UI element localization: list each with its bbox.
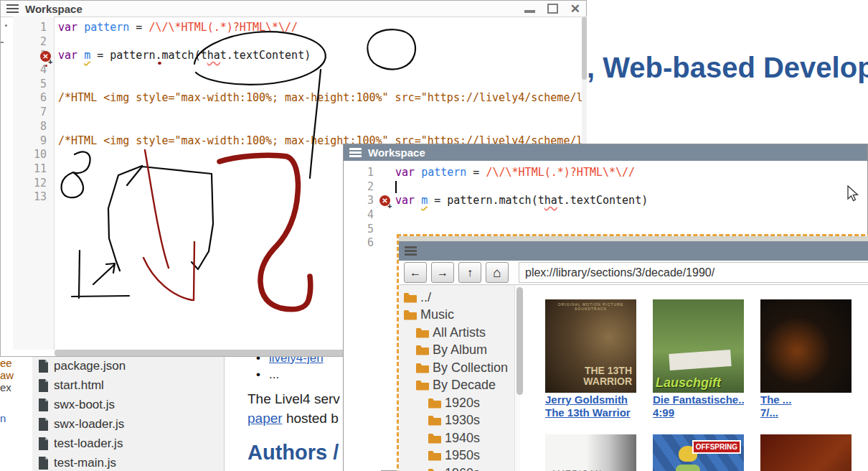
tree-item[interactable]: All Artists <box>399 324 514 342</box>
browser-toolbar: ← → ↑ ⌂ plex://library/sections/3/decade… <box>399 261 868 285</box>
forward-button[interactable]: → <box>431 262 454 283</box>
close-button[interactable]: ✕ <box>570 3 580 15</box>
url-input[interactable]: plex://library/sections/3/decade/1990/ <box>519 262 868 283</box>
album-cell: AMERICANHISTORY X <box>545 434 636 471</box>
tree-item[interactable]: By Album <box>399 342 514 360</box>
album-title-link[interactable]: 7/... <box>760 407 852 419</box>
menu-icon[interactable] <box>6 2 19 15</box>
file-icon <box>38 457 49 470</box>
file-list-item[interactable]: start.html <box>32 376 224 395</box>
folder-icon <box>428 468 442 471</box>
line-number: 12 <box>13 177 54 191</box>
album-artist-link[interactable]: Die Fantastische... <box>653 394 744 406</box>
paper-link[interactable]: paper <box>247 411 283 426</box>
cover-banner-text: OFFSPRING <box>692 440 741 454</box>
code-token: ha <box>544 194 557 207</box>
margin-tick <box>1 42 4 43</box>
vertical-scrollbar-thumb[interactable] <box>582 17 587 80</box>
window2-titlebar[interactable]: Workspace <box>344 144 867 161</box>
file-list-item[interactable]: swx-boot.js <box>32 395 224 414</box>
code-line <box>395 180 867 195</box>
workspace-window-2: Workspace 123456 ✕ + var pattern = /\/\*… <box>343 144 868 471</box>
tree-item-label: 1930s <box>445 413 480 428</box>
tree-item[interactable]: 1940s <box>399 429 514 447</box>
album-title-link[interactable]: The 13th Warrior <box>545 407 636 419</box>
file-list-item[interactable]: test-loader.js <box>32 434 224 453</box>
line-number: 2 <box>13 35 54 50</box>
code-token: = pattern.match(t <box>90 49 207 62</box>
folder-icon <box>415 363 430 373</box>
album-cover[interactable]: OFFSPRING <box>653 434 744 471</box>
tree-scrollbar[interactable] <box>514 285 520 471</box>
clipped-text: n <box>0 412 6 424</box>
tree-item[interactable]: 1920s <box>399 394 514 412</box>
folder-tree: ../MusicAll ArtistsBy AlbumBy Collection… <box>399 285 514 471</box>
line-number: 3 <box>344 194 381 208</box>
tree-item[interactable]: 1930s <box>399 412 514 430</box>
album-cell: OFFSPRING <box>653 434 744 471</box>
menu-icon[interactable] <box>405 245 417 258</box>
menu-icon[interactable] <box>349 146 362 159</box>
line-number: 8 <box>13 120 54 134</box>
minimize-button[interactable] <box>524 10 535 13</box>
line-number: 10 <box>13 148 54 162</box>
file-name: test-loader.js <box>54 437 123 451</box>
error-dot <box>45 65 47 67</box>
folder-icon <box>415 380 430 391</box>
tree-item[interactable]: Music <box>399 307 514 325</box>
up-button[interactable]: ↑ <box>458 262 481 283</box>
code-token: pattern <box>84 21 129 34</box>
maximize-button[interactable] <box>547 4 558 14</box>
album-artist-link[interactable]: Jerry Goldsmith <box>545 394 636 406</box>
code-token: /*HTML <img style="max-width:100%; max-h… <box>58 91 582 104</box>
code-line <box>58 120 582 134</box>
browser-titlebar[interactable] <box>399 241 868 261</box>
tree-item[interactable]: By Collection <box>399 359 514 377</box>
album-cover[interactable] <box>760 434 852 471</box>
code-token: var <box>58 49 77 62</box>
clipped-text: aw <box>0 369 14 381</box>
code-line: var m = pattern.match(that.textContent) <box>58 49 582 63</box>
album-cover[interactable]: AMERICANHISTORY X <box>545 434 636 471</box>
file-icon <box>38 418 49 431</box>
tree-item[interactable]: 1950s <box>399 447 514 465</box>
album-cover[interactable]: ORIGINAL MOTION PICTURE SOUNDTRACKTHE 13… <box>545 299 636 393</box>
code-line: /*HTML <img style="max-width:100%; max-h… <box>58 91 582 106</box>
clipped-text: ee <box>0 357 12 369</box>
tree-item-label: 1950s <box>445 448 480 463</box>
cover-face <box>586 434 636 471</box>
tree-item[interactable]: ../ <box>399 289 514 307</box>
window1-titlebar[interactable]: Workspace ✕ <box>1 1 586 17</box>
home-button[interactable]: ⌂ <box>486 262 509 283</box>
page-title: , Web-based Develop <box>587 52 868 84</box>
album-artist-link[interactable]: The ... <box>760 394 852 406</box>
cover-title-text: Lauschgift <box>656 376 721 391</box>
file-icon <box>38 379 49 392</box>
code-token: /\/\*HTML(.*)?HTML\*\// <box>148 21 298 34</box>
code-token: var <box>395 194 415 207</box>
album-cover[interactable]: Lauschgift <box>653 299 744 393</box>
code-token: t.textContent) <box>557 194 648 207</box>
file-icon <box>38 398 49 411</box>
tree-scrollbar-thumb[interactable] <box>516 287 523 395</box>
tree-item[interactable]: 1960s <box>399 465 514 471</box>
code-line <box>58 106 582 120</box>
file-list-item[interactable]: test-main.js <box>32 453 224 471</box>
code-token: var <box>395 166 415 179</box>
text-caret <box>395 181 397 193</box>
line-number: 5 <box>344 223 381 237</box>
tree-item-label: By Collection <box>433 360 508 376</box>
window2-code-editor[interactable]: var pattern = /\/\*HTML(.*)?HTML\*\// va… <box>381 161 867 240</box>
code-token: m <box>421 194 428 207</box>
tree-item[interactable]: By Decade <box>399 377 514 395</box>
back-button[interactable]: ← <box>404 262 427 283</box>
file-name: swx-boot.js <box>54 398 115 412</box>
album-cover[interactable] <box>760 299 852 393</box>
album-title-link[interactable]: 4:99 <box>653 407 744 419</box>
file-list-item[interactable]: swx-loader.js <box>32 414 224 434</box>
embed-top-strip <box>399 236 868 241</box>
file-list-item[interactable]: package.json <box>32 356 224 376</box>
line-number: 2 <box>344 180 381 195</box>
code-token <box>415 194 421 207</box>
code-token: t.textContent) <box>220 49 311 62</box>
